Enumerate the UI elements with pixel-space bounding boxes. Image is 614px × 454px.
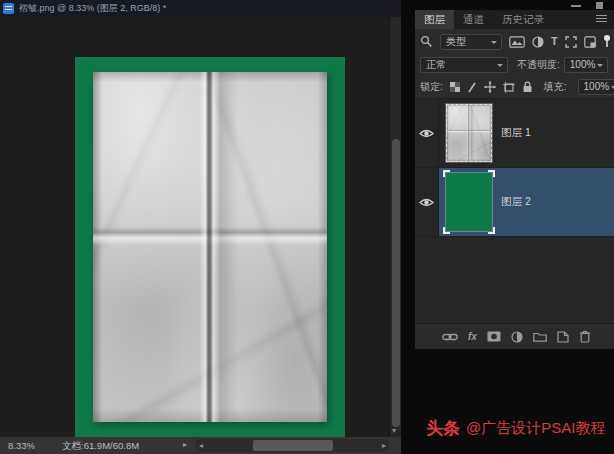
filter-toggle-pin-icon[interactable] xyxy=(603,35,609,48)
link-layers-icon[interactable] xyxy=(442,332,458,342)
document-title: 褶皱.png @ 8.33% (图层 2, RGB/8) * xyxy=(19,2,166,15)
layers-panel: 类型 T 正常 不透明度: 100% 锁定: xyxy=(415,29,614,349)
opacity-label: 不透明度: xyxy=(517,58,560,72)
selection-corner-icon xyxy=(443,170,450,177)
new-adjustment-layer-icon[interactable] xyxy=(511,331,523,343)
status-flyout-arrow-icon[interactable]: ▸ xyxy=(183,440,187,449)
filter-kind-dropdown[interactable]: 类型 xyxy=(440,34,502,50)
add-layer-mask-icon[interactable] xyxy=(487,331,501,342)
minimize-icon[interactable] xyxy=(571,5,581,7)
document-file-icon xyxy=(3,3,14,14)
search-icon xyxy=(420,35,433,48)
blend-mode-row: 正常 不透明度: 100% xyxy=(415,54,614,76)
lock-pixels-icon[interactable] xyxy=(467,82,477,93)
layer-row-2[interactable]: 图层 2 xyxy=(415,168,614,237)
pixel-layer-filter-icon[interactable] xyxy=(509,36,525,48)
opacity-dropdown[interactable]: 100% xyxy=(564,57,608,73)
tab-history[interactable]: 历史记录 xyxy=(493,10,553,29)
layers-list: 图层 1 图层 2 xyxy=(415,98,614,323)
vertical-scrollbar-thumb[interactable] xyxy=(392,139,400,427)
layer2-visibility-eye-icon[interactable] xyxy=(415,168,439,236)
lock-all-icon[interactable] xyxy=(522,81,533,93)
layer-filter-row: 类型 T xyxy=(415,29,614,54)
type-filter-icon[interactable]: T xyxy=(551,36,558,47)
fill-dropdown[interactable]: 100% xyxy=(578,79,614,95)
watermark-brand: 头条 xyxy=(426,417,460,440)
smart-object-filter-icon[interactable] xyxy=(584,36,596,48)
horizontal-scrollbar[interactable]: ◂ ▸ xyxy=(196,439,389,452)
selection-corner-icon xyxy=(488,170,495,177)
watermark: 头条 @广告设计PSAI教程 xyxy=(426,417,605,440)
document-titlebar[interactable]: 褶皱.png @ 8.33% (图层 2, RGB/8) * xyxy=(0,0,401,17)
shape-filter-icon[interactable] xyxy=(565,36,577,48)
layer2-name: 图层 2 xyxy=(501,195,531,209)
layer2-row-main[interactable]: 图层 2 xyxy=(439,168,614,236)
layer1-thumbnail[interactable] xyxy=(446,104,492,162)
panel-tab-bar: 图层 通道 历史记录 xyxy=(415,10,614,29)
layer1-visibility-eye-icon[interactable] xyxy=(415,99,439,167)
scroll-left-icon[interactable]: ◂ xyxy=(199,441,203,450)
pasteboard[interactable] xyxy=(0,17,389,437)
delete-layer-trash-icon[interactable] xyxy=(579,330,591,343)
document-statusbar: 8.33% 文档:61.9M/60.8M ▸ ◂ ▸ xyxy=(0,437,401,454)
tab-layers[interactable]: 图层 xyxy=(415,10,454,29)
lock-row: 锁定: 填充: 100% xyxy=(415,76,614,98)
layer1-row-main[interactable]: 图层 1 xyxy=(439,99,614,167)
vertical-scrollbar[interactable]: ▾ xyxy=(389,17,401,437)
selection-corner-icon xyxy=(443,227,450,234)
scroll-right-icon[interactable]: ▸ xyxy=(382,441,386,450)
close-icon[interactable] xyxy=(596,2,603,9)
crumpled-paper-image xyxy=(93,72,327,422)
adjustment-filter-icon[interactable] xyxy=(532,36,544,48)
blend-mode-dropdown[interactable]: 正常 xyxy=(420,57,508,73)
zoom-level-field[interactable]: 8.33% xyxy=(8,440,35,451)
layer1-name: 图层 1 xyxy=(501,126,531,140)
lock-label: 锁定: xyxy=(420,80,443,94)
document-window: 褶皱.png @ 8.33% (图层 2, RGB/8) * ▾ 8.33% 文… xyxy=(0,0,401,454)
selection-corner-icon xyxy=(488,227,495,234)
new-layer-icon[interactable] xyxy=(557,331,569,343)
photoshop-workspace: 褶皱.png @ 8.33% (图层 2, RGB/8) * ▾ 8.33% 文… xyxy=(0,0,614,454)
lock-transparency-icon[interactable] xyxy=(450,82,460,92)
fill-label: 填充: xyxy=(544,80,567,94)
panel-menu-icon[interactable] xyxy=(596,15,607,24)
layers-panel-footer: fx xyxy=(415,323,614,349)
horizontal-scrollbar-thumb[interactable] xyxy=(253,440,333,451)
layer-effects-fx-icon[interactable]: fx xyxy=(468,331,477,342)
watermark-handle: @广告设计PSAI教程 xyxy=(466,419,605,438)
layer-row-1[interactable]: 图层 1 xyxy=(415,99,614,168)
lock-artboard-icon[interactable] xyxy=(503,82,515,93)
new-group-folder-icon[interactable] xyxy=(533,331,547,342)
scroll-down-icon[interactable]: ▾ xyxy=(392,426,396,436)
layer2-thumbnail[interactable] xyxy=(446,173,492,231)
lock-position-icon[interactable] xyxy=(484,81,496,93)
document-size-readout: 文档:61.9M/60.8M xyxy=(62,440,139,453)
tab-channels[interactable]: 通道 xyxy=(454,10,493,29)
